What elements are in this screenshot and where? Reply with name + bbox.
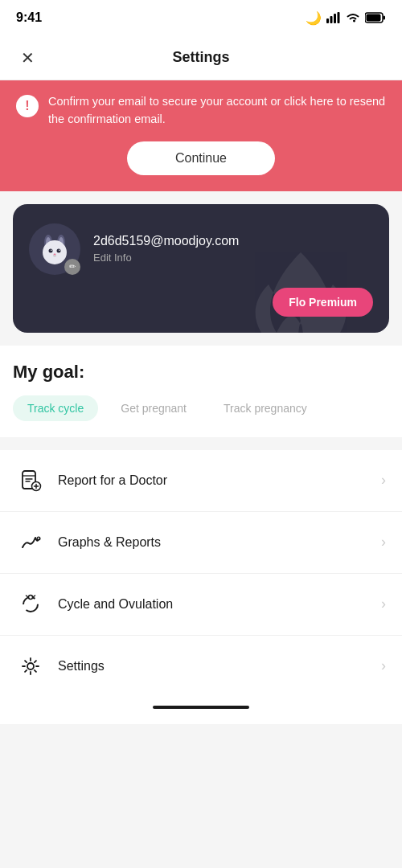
cycle-chevron: ›: [381, 596, 386, 612]
svg-rect-2: [334, 14, 336, 23]
page-title: Settings: [172, 49, 229, 66]
svg-rect-1: [330, 16, 333, 23]
goal-tabs: Track cycle Get pregnant Track pregnancy: [13, 395, 389, 424]
svg-point-14: [51, 249, 52, 251]
my-goal-section: My goal: Track cycle Get pregnant Track …: [0, 346, 402, 437]
profile-card: ✏ 2d6d5159@moodjoy.com Edit Info Flo Pre…: [13, 204, 389, 333]
signal-icon: [326, 12, 341, 23]
edit-info-link[interactable]: Edit Info: [93, 252, 373, 264]
report-chevron: ›: [381, 472, 386, 489]
email-confirmation-banner: Confirm your email to secure your accoun…: [0, 80, 402, 191]
continue-button[interactable]: Continue: [127, 141, 275, 175]
cycle-label: Cycle and Ovulation: [58, 597, 381, 612]
menu-item-report[interactable]: Report for a Doctor ›: [0, 450, 402, 512]
settings-chevron: ›: [381, 657, 386, 674]
goal-tab-track-cycle[interactable]: Track cycle: [13, 395, 98, 421]
wifi-icon: [346, 12, 360, 23]
warning-icon: [16, 95, 39, 117]
svg-point-13: [57, 248, 61, 252]
svg-point-16: [54, 253, 56, 255]
battery-icon: [365, 12, 386, 23]
my-goal-title: My goal:: [13, 362, 389, 383]
profile-details: 2d6d5159@moodjoy.com Edit Info: [93, 234, 373, 264]
svg-point-11: [43, 240, 67, 264]
status-bar: 9:41 🌙: [0, 0, 402, 35]
email-banner-text: Confirm your email to secure your accoun…: [48, 93, 386, 129]
avatar-edit-badge[interactable]: ✏: [64, 259, 80, 275]
goal-tab-track-pregnancy[interactable]: Track pregnancy: [209, 395, 322, 421]
svg-point-20: [38, 537, 39, 538]
close-button[interactable]: ✕: [13, 43, 42, 72]
svg-rect-5: [384, 16, 386, 20]
report-icon: [16, 466, 45, 495]
cycle-icon: [16, 590, 45, 619]
svg-point-15: [59, 249, 60, 251]
svg-point-23: [27, 663, 34, 669]
settings-icon: [16, 652, 45, 681]
svg-point-12: [49, 248, 53, 252]
menu-item-settings[interactable]: Settings ›: [0, 636, 402, 697]
graphs-icon: [16, 528, 45, 557]
profile-info-row: ✏ 2d6d5159@moodjoy.com Edit Info: [29, 223, 373, 275]
menu-item-cycle[interactable]: Cycle and Ovulation ›: [0, 574, 402, 636]
report-label: Report for a Doctor: [58, 473, 381, 488]
status-time: 9:41: [16, 10, 42, 25]
svg-rect-3: [338, 12, 340, 23]
settings-label: Settings: [58, 659, 381, 674]
avatar[interactable]: ✏: [29, 223, 80, 275]
home-indicator: [153, 706, 249, 709]
menu-list: Report for a Doctor › Graphs & Reports ›…: [0, 450, 402, 697]
page-header: ✕ Settings: [0, 35, 402, 80]
bottom-bar: [0, 697, 402, 724]
profile-email: 2d6d5159@moodjoy.com: [93, 234, 373, 248]
svg-rect-0: [326, 18, 329, 23]
graphs-chevron: ›: [381, 534, 386, 551]
graphs-label: Graphs & Reports: [58, 535, 381, 550]
svg-rect-6: [367, 14, 381, 22]
email-banner-content: Confirm your email to secure your accoun…: [16, 93, 386, 129]
status-icons: 🌙: [306, 10, 386, 26]
moon-icon: 🌙: [306, 10, 322, 26]
svg-point-22: [29, 595, 33, 599]
goal-tab-get-pregnant[interactable]: Get pregnant: [106, 395, 201, 421]
flo-premium-button[interactable]: Flo Premium: [273, 288, 373, 317]
menu-item-graphs[interactable]: Graphs & Reports ›: [0, 512, 402, 574]
